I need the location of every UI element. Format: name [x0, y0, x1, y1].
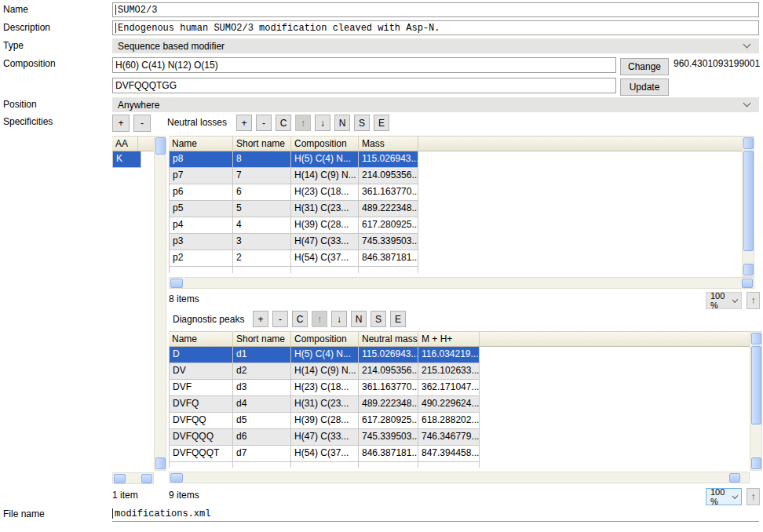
new-button[interactable]: N: [351, 311, 367, 327]
composition-input[interactable]: H(60) C(41) N(12) O(15): [112, 57, 616, 73]
table-cell: 362.171047...: [418, 380, 480, 396]
table-cell: K: [112, 151, 141, 168]
composition-label: Composition: [3, 58, 56, 69]
table-cell: 847.394458...: [418, 446, 480, 462]
scrollbar-thumb[interactable]: [751, 346, 761, 425]
table-row[interactable]: p66H(23) C(18...361.163770...: [169, 184, 418, 201]
scrollbar-thumb[interactable]: [743, 151, 754, 251]
save-button[interactable]: S: [354, 115, 370, 131]
file-name-input[interactable]: modifications.xml: [112, 506, 759, 522]
column-header[interactable]: Composition: [291, 332, 359, 346]
type-select[interactable]: Sequence based modifier: [112, 38, 759, 53]
table-cell: H(14) C(9) N...: [291, 168, 359, 184]
remove-button[interactable]: -: [133, 115, 151, 132]
add-button[interactable]: +: [112, 115, 130, 132]
scroll-up-button[interactable]: [743, 137, 754, 149]
position-label: Position: [3, 99, 37, 110]
edit-button[interactable]: E: [374, 115, 389, 131]
table-row[interactable]: DVd2H(14) C(9) N...214.095356...215.1026…: [169, 363, 480, 380]
add-button[interactable]: +: [236, 115, 252, 131]
position-value: Anywhere: [118, 100, 159, 111]
table-row[interactable]: K: [112, 151, 141, 168]
scroll-right-button[interactable]: [141, 474, 152, 483]
table-cell: 846.387181...: [359, 446, 418, 462]
table-cell: 489.222348...: [359, 201, 418, 217]
position-select[interactable]: Anywhere: [112, 97, 759, 112]
column-header[interactable]: M + H+: [418, 332, 480, 346]
change-button[interactable]: Change: [620, 58, 669, 75]
column-header[interactable]: Composition: [291, 137, 359, 151]
update-button[interactable]: Update: [620, 78, 669, 96]
table-row[interactable]: DVFd3H(23) C(18...361.163770...362.17104…: [169, 380, 480, 396]
diagnostic-peaks-status: 9 items: [169, 490, 199, 501]
table-row[interactable]: p33H(47) C(33...745.339503...: [169, 234, 418, 250]
remove-button[interactable]: -: [256, 115, 272, 131]
chevron-down-icon: [743, 41, 751, 49]
column-header[interactable]: Name: [169, 332, 233, 346]
column-header[interactable]: Short name: [233, 137, 291, 151]
column-header[interactable]: Name: [169, 137, 233, 151]
scrollbar-thumb[interactable]: [170, 279, 183, 288]
remove-button[interactable]: -: [272, 311, 288, 327]
move-up-button[interactable]: ↑: [312, 311, 327, 327]
table-cell: DVFQQ: [169, 413, 233, 429]
copy-button[interactable]: C: [292, 311, 308, 327]
diagnostic-scroll-top-button[interactable]: ↑: [747, 488, 760, 505]
save-button[interactable]: S: [371, 311, 386, 327]
chevron-down-icon: [732, 297, 739, 303]
copy-button[interactable]: C: [276, 115, 291, 131]
aa-horizontal-scrollbar[interactable]: [112, 472, 154, 484]
move-down-button[interactable]: ↓: [331, 311, 347, 327]
scroll-right-button[interactable]: [742, 279, 753, 288]
table-row[interactable]: DVFQQd5H(39) C(28...617.280925...618.288…: [169, 413, 480, 429]
scroll-down-button[interactable]: [751, 457, 761, 469]
table-row[interactable]: Dd1H(5) C(4) N...115.026943...116.034219…: [169, 347, 480, 363]
move-down-button[interactable]: ↓: [315, 115, 330, 131]
edit-button[interactable]: E: [390, 311, 406, 327]
scroll-down-button[interactable]: [155, 457, 166, 469]
column-header[interactable]: Short name: [233, 332, 291, 346]
name-input[interactable]: SUMO2/3: [112, 2, 759, 17]
neutral-scroll-top-button[interactable]: ↑: [747, 292, 760, 309]
table-row[interactable]: DVFQQQTd7H(54) C(37...846.387181...847.3…: [169, 446, 480, 462]
table-cell: H(31) C(23...: [291, 396, 359, 413]
file-name-label: File name: [3, 508, 45, 519]
table-row[interactable]: DVFQd4H(31) C(23...489.222348...490.2296…: [169, 396, 480, 413]
aa-vertical-scrollbar[interactable]: [154, 136, 166, 471]
table-row[interactable]: p77H(14) C(9) N...214.095356...: [169, 168, 418, 184]
column-header[interactable]: Neutral mass: [359, 332, 418, 346]
column-header[interactable]: Mass: [359, 137, 418, 151]
move-up-button[interactable]: ↑: [295, 115, 311, 131]
scrollbar-thumb[interactable]: [170, 473, 183, 483]
diagnostic-zoom-select[interactable]: 100 %: [706, 488, 742, 505]
table-row[interactable]: p55H(31) C(23...489.222348...: [169, 201, 418, 217]
diagnostic-vertical-scrollbar[interactable]: [750, 331, 762, 471]
modification-editor-panel: Name Description Type Composition Positi…: [0, 0, 763, 532]
table-row[interactable]: p44H(39) C(28...617.280925...: [169, 217, 418, 234]
diagnostic-peaks-title: Diagnostic peaks: [173, 314, 244, 325]
table-cell: p6: [169, 184, 233, 201]
table-cell: d5: [233, 413, 291, 429]
composition-value: H(60) C(41) N(12) O(15): [115, 60, 218, 71]
table-cell: 4: [233, 217, 291, 234]
scrollbar-thumb[interactable]: [114, 474, 126, 483]
neutral-vertical-scrollbar[interactable]: [742, 136, 754, 277]
scroll-down-button[interactable]: [743, 264, 754, 275]
table-row[interactable]: p22H(54) C(37...846.387181...: [169, 250, 418, 267]
table-cell: 846.387181...: [359, 250, 418, 267]
table-cell: H(47) C(33...: [291, 429, 359, 446]
sequence-input[interactable]: DVFQQQTGG: [112, 78, 616, 93]
new-button[interactable]: N: [334, 115, 350, 131]
table-row[interactable]: p88H(5) C(4) N...115.026943...: [169, 151, 418, 168]
table-cell: d6: [233, 429, 291, 446]
column-header[interactable]: AA: [112, 137, 138, 151]
neutral-horizontal-scrollbar[interactable]: [169, 277, 754, 289]
table-row[interactable]: DVFQQQd6H(47) C(33...745.339503...746.34…: [169, 429, 480, 446]
scroll-up-button[interactable]: [751, 333, 761, 344]
description-input[interactable]: Endogenous human SUMO2/3 modification cl…: [112, 20, 759, 35]
neutral-zoom-select[interactable]: 100 %: [706, 292, 742, 309]
scrollbar-thumb[interactable]: [155, 137, 166, 155]
scroll-right-button[interactable]: [729, 473, 740, 483]
diagnostic-horizontal-scrollbar[interactable]: [169, 472, 750, 483]
add-button[interactable]: +: [253, 311, 268, 327]
